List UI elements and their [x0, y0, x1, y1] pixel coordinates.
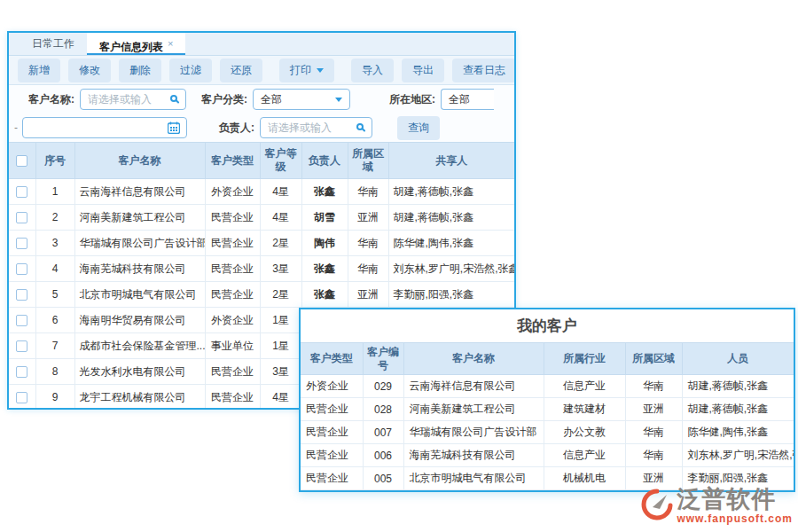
sharers-cell: 胡建,蒋德帧,张鑫: [388, 205, 514, 231]
customer-name-link[interactable]: 北京市明城电气有限公司: [74, 282, 205, 308]
customer-name-link[interactable]: 河南美新建筑工程公司: [74, 205, 205, 231]
code-link[interactable]: 028: [363, 398, 403, 421]
code-link[interactable]: 005: [363, 467, 403, 490]
row-checkbox[interactable]: [16, 340, 27, 352]
customer-name-link[interactable]: 河南美新建筑工程公司: [403, 398, 544, 421]
search-icon[interactable]: [356, 123, 364, 130]
type-cell: 民营企业: [205, 205, 260, 231]
owner-link[interactable]: 张鑫: [301, 256, 348, 282]
row-checkbox[interactable]: [16, 289, 27, 301]
type-cell: 民营企业: [301, 444, 363, 467]
type-cell: 外资企业: [301, 375, 363, 398]
tab-daily-work[interactable]: 日常工作: [20, 32, 87, 55]
row-checkbox[interactable]: [16, 315, 27, 326]
type-cell: 民营企业: [205, 256, 260, 282]
sharers-cell: 陈华健,陶伟,张鑫: [388, 231, 514, 256]
seq-cell: 3: [35, 231, 74, 256]
date-input[interactable]: [23, 118, 186, 137]
col-region: 所属区域: [348, 143, 388, 179]
customer-name-link[interactable]: 成都市社会保险基金管理...: [74, 333, 205, 359]
print-button[interactable]: 打印: [279, 59, 334, 82]
sharers-cell: 刘东林,罗广明,宋浩然,张鑫: [388, 256, 514, 282]
customer-name-link[interactable]: 华瑞城有限公司广告设计部: [74, 231, 205, 256]
table-row: 民营企业 028 河南美新建筑工程公司 建筑建材 亚洲 胡建,蒋德帧,张鑫: [301, 398, 794, 421]
customer-name-link[interactable]: 云南海祥信息有限公司: [403, 375, 544, 398]
table-row: 外资企业 029 云南海祥信息有限公司 信息产业 华南 胡建,蒋德帧,张鑫: [301, 375, 794, 398]
owner-filter-box: [260, 117, 372, 138]
sharers-cell: 李勤丽,阳强,张鑫: [388, 282, 514, 308]
table-row: 民营企业 007 华瑞城有限公司广告设计部 办公文教 华南 陈华健,陶伟,张鑫: [301, 421, 794, 444]
code-link[interactable]: 007: [363, 421, 403, 444]
code-link[interactable]: 029: [363, 375, 403, 398]
col-industry: 所属行业: [544, 343, 625, 375]
row-checkbox[interactable]: [16, 186, 27, 198]
col-customer-type: 客户类型: [301, 343, 363, 375]
search-icon[interactable]: [170, 95, 177, 102]
edit-button[interactable]: 修改: [68, 59, 111, 82]
type-cell: 外资企业: [205, 179, 260, 205]
level-cell: 4星: [260, 385, 301, 411]
type-cell: 民营企业: [301, 421, 363, 444]
seq-cell: 4: [35, 256, 74, 282]
search-button[interactable]: 查询: [397, 116, 440, 140]
brand-website: www.fanpusoft.com: [677, 512, 793, 525]
row-checkbox[interactable]: [16, 366, 27, 378]
customer-name-link[interactable]: 光发水利水电有限公司: [74, 359, 205, 385]
customer-name-link[interactable]: 北京市明城电气有限公司: [403, 467, 544, 490]
customer-name-link[interactable]: 华瑞城有限公司广告设计部: [403, 421, 544, 444]
toolbar: 新增 修改 删除 过滤 还原 打印 导入 导出 查看日志: [9, 56, 514, 85]
customer-name-link[interactable]: 海南芜城科技有限公司: [74, 256, 205, 282]
select-all-checkbox[interactable]: [16, 155, 27, 167]
customer-category-select[interactable]: 全部: [253, 89, 350, 110]
close-icon[interactable]: ×: [168, 38, 173, 49]
restore-button[interactable]: 还原: [220, 59, 262, 82]
people-cell: 胡建,蒋德帧,张鑫: [682, 398, 794, 421]
filter-button[interactable]: 过滤: [169, 59, 212, 82]
row-checkbox[interactable]: [16, 392, 27, 403]
type-cell: 民营企业: [205, 231, 260, 256]
add-button[interactable]: 新增: [18, 59, 60, 82]
code-link[interactable]: 006: [363, 444, 403, 467]
customer-table-header-row: 序号 客户名称 客户类型 客户等级 负责人 所属区域 共享人: [9, 143, 514, 179]
customer-category-label: 客户分类:: [201, 92, 247, 107]
delete-button[interactable]: 删除: [119, 59, 161, 82]
import-button[interactable]: 导入: [351, 59, 394, 82]
seq-cell: 5: [35, 282, 74, 308]
owner-link[interactable]: 张鑫: [301, 282, 348, 308]
type-cell: 民营企业: [205, 282, 260, 308]
region-select[interactable]: 全部: [441, 89, 494, 110]
customer-category-value: 全部: [261, 92, 282, 107]
brand-logo: 泛普软件 www.fanpusoft.com: [641, 488, 793, 525]
export-button[interactable]: 导出: [402, 59, 444, 82]
type-cell: 外资企业: [205, 308, 260, 333]
owner-link[interactable]: 陶伟: [301, 231, 348, 256]
owner-link[interactable]: 胡雪: [301, 205, 348, 231]
caret-down-icon: [317, 68, 324, 73]
col-customer-type: 客户类型: [205, 143, 260, 179]
seq-cell: 6: [35, 308, 74, 333]
region-cell: 亚洲: [348, 205, 388, 231]
row-checkbox[interactable]: [16, 238, 27, 249]
date-filter-box: [22, 117, 187, 138]
my-customers-panel: 我的客户 客户类型 客户编号 客户名称 所属行业 所属区域 人员 外资企业 02…: [299, 308, 795, 492]
owner-link[interactable]: 张鑫: [301, 179, 348, 205]
customer-name-link[interactable]: 海南明华贸易有限公司: [74, 308, 205, 333]
region-cell: 亚洲: [625, 398, 682, 421]
seq-cell: 2: [35, 205, 74, 231]
type-cell: 事业单位: [205, 333, 260, 359]
col-customer-level: 客户等级: [260, 143, 301, 179]
customer-name-link[interactable]: 海南芜城科技有限公司: [403, 444, 544, 467]
seq-cell: 8: [35, 359, 74, 385]
row-checkbox[interactable]: [16, 212, 27, 223]
region-cell: 华南: [625, 421, 682, 444]
col-sharers: 共享人: [388, 143, 514, 179]
row-checkbox[interactable]: [16, 263, 27, 275]
owner-input[interactable]: [261, 118, 372, 137]
customer-name-link[interactable]: 龙宇工程机械有限公司: [74, 385, 205, 411]
tab-customer-list[interactable]: 客户信息列表×: [87, 32, 185, 55]
col-people: 人员: [682, 343, 794, 375]
col-customer-name: 客户名称: [403, 343, 544, 375]
customer-name-link[interactable]: 云南海祥信息有限公司: [74, 179, 205, 205]
calendar-icon[interactable]: [168, 121, 180, 137]
view-log-button[interactable]: 查看日志: [452, 59, 516, 82]
